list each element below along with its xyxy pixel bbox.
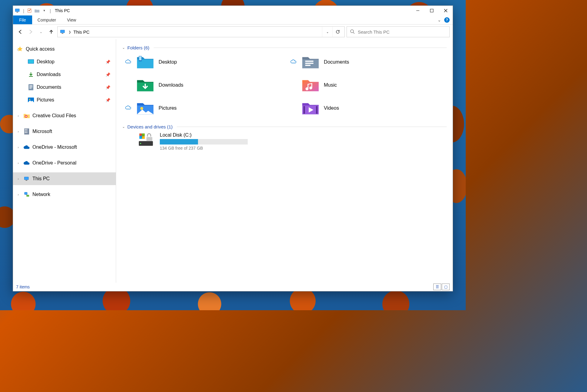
- help-icon[interactable]: ?: [444, 17, 450, 23]
- svg-rect-2: [16, 12, 18, 13]
- chevron-right-icon[interactable]: ›: [16, 193, 20, 196]
- minimize-button[interactable]: [411, 6, 425, 15]
- folder-item-desktop[interactable]: Desktop: [125, 53, 281, 70]
- tree-item-pictures[interactable]: Pictures 📌: [13, 94, 116, 106]
- tree-item-onedrive-ms[interactable]: › OneDrive - Microsoft: [13, 141, 116, 154]
- address-bar[interactable]: ❯ This PC ⌄: [57, 26, 345, 37]
- ribbon-collapse-icon[interactable]: ⌄: [438, 18, 441, 22]
- titlebar-app-icon[interactable]: [15, 8, 20, 13]
- onedrive-icon: [23, 160, 30, 166]
- breadcrumb-thispc[interactable]: This PC: [73, 29, 89, 35]
- download-icon: [28, 71, 34, 78]
- music-folder-icon: [301, 77, 320, 92]
- pictures-folder-icon: [136, 100, 154, 115]
- tree-label: Downloads: [37, 72, 61, 77]
- search-input[interactable]: [358, 29, 446, 35]
- view-tiles-button[interactable]: ▢: [442, 284, 450, 290]
- folder-item-documents[interactable]: Documents: [290, 53, 447, 70]
- folder-item-pictures[interactable]: Pictures: [125, 99, 281, 116]
- tree-label: Quick access: [26, 46, 55, 52]
- ribbon-tabs: File Computer View ⌄ ?: [13, 15, 453, 25]
- svg-rect-18: [29, 88, 32, 88]
- nav-forward-button[interactable]: [26, 28, 35, 36]
- svg-rect-41: [305, 63, 314, 64]
- group-header-folders[interactable]: ⌄ Folders (6): [122, 45, 447, 50]
- chevron-right-icon[interactable]: ›: [16, 130, 20, 133]
- tree-label: OneDrive - Microsoft: [32, 145, 77, 150]
- tree-item-downloads[interactable]: Downloads 📌: [13, 68, 116, 81]
- ribbon-tab-file[interactable]: File: [13, 15, 32, 24]
- chevron-right-icon[interactable]: ›: [16, 114, 20, 118]
- svg-rect-1: [15, 9, 19, 12]
- folder-item-music[interactable]: Music: [290, 76, 447, 93]
- tree-label: This PC: [32, 176, 50, 181]
- chevron-down-icon[interactable]: ⌄: [15, 47, 20, 51]
- nav-up-button[interactable]: [47, 28, 55, 36]
- svg-rect-54: [139, 136, 142, 139]
- nav-back-button[interactable]: [16, 28, 25, 36]
- svg-rect-52: [139, 134, 142, 136]
- group-header-drives[interactable]: ⌄ Devices and drives (1): [122, 124, 447, 129]
- svg-rect-31: [25, 177, 29, 180]
- network-icon: [23, 191, 30, 198]
- svg-line-12: [353, 32, 354, 34]
- qat-folder-icon[interactable]: [34, 8, 40, 13]
- svg-rect-53: [142, 134, 145, 136]
- desktop-folder-icon: [136, 54, 154, 69]
- folder-item-videos[interactable]: Videos: [290, 99, 447, 116]
- maximize-button[interactable]: [425, 6, 439, 15]
- qat-properties-icon[interactable]: [27, 8, 32, 13]
- folder-label: Pictures: [159, 105, 177, 111]
- chevron-down-icon[interactable]: ⌄: [122, 125, 125, 129]
- drive-item-local[interactable]: Local Disk (C:) 134 GB free of 237 GB: [137, 132, 447, 151]
- tree-item-thispc[interactable]: › This PC: [13, 172, 116, 185]
- qat-dropdown-icon[interactable]: ▼: [42, 8, 47, 13]
- tree-label: Network: [32, 192, 50, 197]
- tree-item-onedrive-personal[interactable]: › OneDrive - Personal: [13, 157, 116, 169]
- svg-rect-56: [146, 137, 152, 141]
- tree-label: Pictures: [37, 97, 54, 103]
- document-icon: [28, 84, 34, 90]
- chevron-right-icon[interactable]: ›: [16, 145, 20, 149]
- svg-point-20: [29, 99, 30, 100]
- refresh-button[interactable]: [332, 27, 343, 37]
- chevron-down-icon[interactable]: ⌄: [122, 46, 125, 50]
- chevron-right-icon[interactable]: ❯: [69, 30, 71, 34]
- drive-icon: [137, 132, 156, 148]
- search-bar[interactable]: [347, 26, 450, 37]
- nav-recent-dropdown[interactable]: ⌄: [37, 28, 45, 36]
- building-icon: [23, 128, 30, 135]
- search-icon: [350, 29, 355, 35]
- tree-label: Documents: [37, 85, 61, 90]
- svg-rect-26: [25, 131, 26, 131]
- close-button[interactable]: [439, 6, 453, 15]
- view-details-button[interactable]: ☰: [433, 284, 441, 290]
- tree-item-documents[interactable]: Documents 📌: [13, 81, 116, 94]
- tree-item-network[interactable]: › Network: [13, 188, 116, 201]
- tree-quick-access[interactable]: ⌄ Quick access: [13, 43, 116, 55]
- svg-rect-17: [29, 87, 32, 87]
- chevron-right-icon[interactable]: ›: [16, 161, 20, 165]
- chevron-right-icon[interactable]: ›: [16, 177, 20, 181]
- folder-label: Documents: [324, 59, 349, 65]
- drive-usage-bar: [160, 139, 248, 145]
- nav-tree: ⌄ Quick access Desktop 📌 Downloads 📌 Doc…: [13, 39, 116, 283]
- pictures-icon: [28, 97, 34, 103]
- folder-label: Desktop: [159, 59, 177, 65]
- folder-label: Downloads: [159, 82, 183, 88]
- folder-item-downloads[interactable]: Downloads: [125, 76, 281, 93]
- ribbon-tab-view[interactable]: View: [62, 15, 82, 24]
- drive-label: Local Disk (C:): [160, 132, 248, 138]
- pin-icon: 📌: [106, 98, 110, 102]
- svg-rect-28: [25, 132, 26, 133]
- tree-label: Creative Cloud Files: [32, 113, 76, 118]
- tree-item-cc[interactable]: › Creative Cloud Files: [13, 109, 116, 122]
- cloud-sync-icon: [125, 105, 132, 111]
- svg-rect-42: [305, 65, 310, 66]
- tree-item-microsoft[interactable]: › Microsoft: [13, 125, 116, 138]
- address-dropdown-button[interactable]: ⌄: [322, 27, 332, 37]
- address-thispc-icon: [59, 29, 66, 35]
- ribbon-tab-computer[interactable]: Computer: [32, 15, 62, 24]
- content-pane: ⌄ Folders (6) Desktop Documents: [116, 39, 453, 283]
- tree-item-desktop[interactable]: Desktop 📌: [13, 55, 116, 68]
